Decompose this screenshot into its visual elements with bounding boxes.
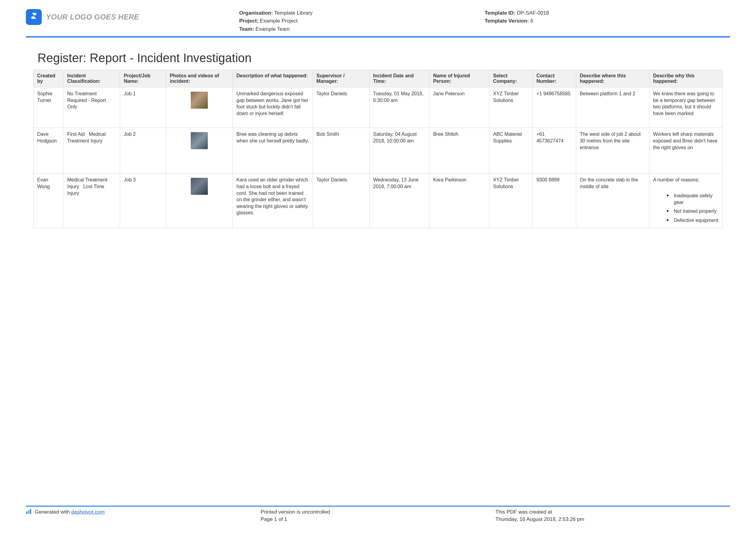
table-cell: We knew there was going to be a temporar…: [649, 88, 723, 128]
col-header: Incident Classification:: [63, 70, 120, 88]
svg-rect-0: [26, 512, 27, 514]
logo-icon: [26, 9, 42, 25]
incident-photo-thumb: [191, 92, 208, 109]
why-list: Inadequate safety gearNot trained proper…: [653, 191, 719, 223]
table-cell: ABC Material Supplies: [489, 128, 533, 173]
table-cell: Job 2: [120, 128, 166, 173]
meta-left: Organisation: Template Library Project: …: [239, 9, 485, 33]
col-header: Created by: [34, 70, 63, 88]
col-header: Project/Job Name:: [120, 70, 166, 88]
col-header: Supervisor / Manager:: [312, 70, 369, 88]
footer-right: This PDF was created at Thursday, 16 Aug…: [496, 508, 730, 523]
col-header: Description of what happened:: [233, 70, 313, 88]
table-cell: Wednesday, 13 June 2018, 7:00:00 am: [369, 173, 429, 228]
svg-rect-1: [28, 510, 29, 514]
created-line1: This PDF was created at: [496, 508, 730, 516]
why-text: A number of reasons:: [653, 177, 719, 183]
project-label: Project:: [239, 18, 258, 24]
table-row: Evan WongMedical Treatment Injury Lost T…: [34, 173, 723, 228]
table-cell: Taylor Daniels: [312, 88, 369, 128]
why-list-item: Inadequate safety gear: [672, 191, 719, 206]
table-cell: Bree Shiloh: [429, 128, 489, 173]
template-id-value: DP-SAF-0018: [517, 10, 549, 16]
table-cell: A number of reasons:Inadequate safety ge…: [649, 173, 723, 228]
project-value: Example Project: [260, 18, 298, 24]
bar-chart-icon: [26, 509, 31, 516]
col-header: Describe why this happened:: [649, 70, 723, 88]
template-version-label: Template Version:: [485, 18, 529, 24]
table-cell: The west side of job 2 about 30 metres f…: [576, 128, 649, 173]
why-list-item: Defective equipment: [672, 216, 719, 224]
col-header: Incident Date and Time:: [369, 70, 429, 88]
page-title: Register: Report - Incident Investigatio…: [38, 51, 730, 65]
table-cell: Medical Treatment Injury Lost Time Injur…: [63, 173, 120, 228]
col-header: Describe where this happened:: [576, 70, 649, 88]
table-row: Dave HodgsonFirst Aid Medical Treatment …: [34, 128, 723, 173]
table-cell: No Treatment Required - Report Only: [63, 88, 120, 128]
table-cell: Saturday, 04 August 2018, 10:00:00 am: [369, 128, 429, 173]
table-cell: Dave Hodgson: [34, 128, 63, 173]
table-cell: XYZ Timber Solutions: [489, 173, 533, 228]
logo-block: YOUR LOGO GOES HERE: [26, 9, 239, 25]
why-list-item: Not trained properly: [672, 207, 719, 215]
table-cell: [166, 128, 233, 173]
generated-prefix: Generated with: [35, 509, 71, 515]
document-footer: Generated with dashpivot.com Printed ver…: [26, 506, 730, 523]
table-cell: +1 9496758585: [533, 88, 576, 128]
org-label: Organisation:: [239, 10, 273, 16]
table-cell: +61 4573627474: [533, 128, 576, 173]
meta-right: Template ID: DP-SAF-0018 Template Versio…: [485, 9, 730, 25]
created-line2: Thursday, 16 August 2018, 2:53:26 pm: [496, 516, 730, 523]
dashpivot-link[interactable]: dashpivot.com: [71, 509, 105, 515]
table-cell: Unmarked dangerous exposed gap between w…: [233, 88, 313, 128]
team-label: Team:: [239, 26, 254, 32]
org-value: Template Library: [274, 10, 312, 16]
col-header: Select Company:: [489, 70, 533, 88]
incident-photo-thumb: [191, 178, 208, 195]
footer-left: Generated with dashpivot.com: [26, 508, 260, 523]
svg-rect-2: [30, 509, 31, 514]
printed-line1: Printed version is uncontrolled: [260, 508, 495, 516]
printed-line2: Page 1 of 1: [260, 516, 495, 523]
table-cell: Kara used an older grinder which had a l…: [233, 173, 313, 228]
why-text: Workers left sharp materials exposed and…: [653, 131, 719, 151]
why-text: We knew there was going to be a temporar…: [653, 90, 719, 116]
template-version-value: 6: [530, 18, 533, 24]
incident-photo-thumb: [191, 132, 208, 149]
register-table: Created byIncident Classification:Projec…: [33, 70, 723, 228]
table-cell: Tuesday, 01 May 2018, 6:30:00 am: [369, 88, 429, 128]
document-header: YOUR LOGO GOES HERE Organisation: Templa…: [26, 9, 730, 38]
col-header: Photos and videos of incident:: [166, 70, 233, 88]
table-cell: Bob Smith: [312, 128, 369, 173]
col-header: Contact Number:: [533, 70, 576, 88]
table-cell: Workers left sharp materials exposed and…: [649, 128, 723, 173]
table-cell: Kara Parkinson: [429, 173, 489, 228]
table-cell: Sophie Turner: [34, 88, 63, 128]
table-cell: 9300 8899: [533, 173, 576, 228]
template-id-label: Template ID:: [485, 10, 516, 16]
table-cell: Bree was cleaning up debris when she cut…: [233, 128, 313, 173]
table-cell: Jane Peterson: [429, 88, 489, 128]
table-cell: Evan Wong: [34, 173, 63, 228]
table-cell: On the concrete slab in the middle of si…: [576, 173, 649, 228]
team-value: Example Team: [256, 26, 290, 32]
table-cell: [166, 88, 233, 128]
col-header: Name of Injured Person:: [429, 70, 489, 88]
table-header-row: Created byIncident Classification:Projec…: [34, 70, 723, 88]
table-row: Sophie TurnerNo Treatment Required - Rep…: [34, 88, 723, 128]
table-cell: First Aid Medical Treatment Injury: [63, 128, 120, 173]
table-cell: Between platform 1 and 2: [576, 88, 649, 128]
table-cell: [166, 173, 233, 228]
footer-center: Printed version is uncontrolled Page 1 o…: [260, 508, 495, 523]
table-cell: Job 3: [120, 173, 166, 228]
table-cell: XYZ Timber Solutions: [489, 88, 533, 128]
table-cell: Taylor Daniels: [312, 173, 369, 228]
logo-text: YOUR LOGO GOES HERE: [46, 13, 139, 21]
table-cell: Job 1: [120, 88, 166, 128]
